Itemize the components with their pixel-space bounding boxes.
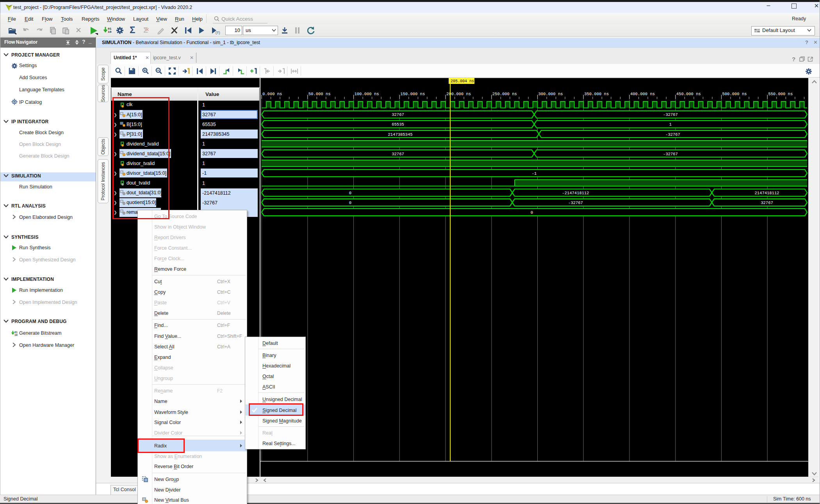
svg-text:250.000 ns: 250.000 ns bbox=[492, 92, 517, 96]
svg-text:10: 10 bbox=[14, 334, 18, 336]
svg-text:350.000 ns: 350.000 ns bbox=[584, 92, 609, 96]
svg-text:2147418112: 2147418112 bbox=[754, 191, 779, 195]
svg-text:Protocol Instances: Protocol Instances bbox=[100, 162, 106, 201]
svg-text:450.000 ns: 450.000 ns bbox=[676, 92, 701, 96]
svg-text:1: 1 bbox=[669, 122, 672, 127]
svg-text:0.000 ns: 0.000 ns bbox=[262, 92, 282, 96]
svg-text:400.000 ns: 400.000 ns bbox=[630, 92, 655, 96]
svg-text:32767: 32767 bbox=[392, 112, 404, 117]
svg-text:-32767: -32767 bbox=[665, 132, 680, 137]
svg-text:0: 0 bbox=[349, 191, 351, 195]
svg-text:205.004 ns: 205.004 ns bbox=[451, 79, 474, 83]
svg-text:50.000 ns: 50.000 ns bbox=[308, 92, 331, 96]
svg-text:100.000 ns: 100.000 ns bbox=[355, 92, 379, 96]
svg-text:550.000 ns: 550.000 ns bbox=[768, 92, 793, 96]
svg-text:65535: 65535 bbox=[392, 122, 404, 127]
svg-text:10: 10 bbox=[108, 30, 112, 34]
svg-text:-32767: -32767 bbox=[663, 112, 678, 117]
svg-text:-2147418112: -2147418112 bbox=[562, 191, 589, 195]
svg-text:32767: 32767 bbox=[392, 152, 404, 156]
svg-text:500.000 ns: 500.000 ns bbox=[722, 92, 747, 96]
svg-text:2147385345: 2147385345 bbox=[388, 132, 412, 137]
svg-text:Scope: Scope bbox=[100, 67, 106, 81]
svg-text:(T): (T) bbox=[216, 31, 220, 35]
svg-text:01: 01 bbox=[14, 331, 18, 334]
svg-text:300.000 ns: 300.000 ns bbox=[538, 92, 563, 96]
svg-text:-1: -1 bbox=[532, 171, 537, 176]
svg-text:Sources: Sources bbox=[100, 85, 106, 102]
svg-text:-32767: -32767 bbox=[663, 152, 678, 156]
svg-text:0: 0 bbox=[531, 210, 533, 215]
svg-text:-32767: -32767 bbox=[568, 201, 583, 205]
svg-text:0: 0 bbox=[349, 201, 351, 205]
svg-text:150.000 ns: 150.000 ns bbox=[400, 92, 425, 96]
svg-text:Objects: Objects bbox=[100, 139, 106, 155]
svg-text:32767: 32767 bbox=[761, 201, 773, 205]
